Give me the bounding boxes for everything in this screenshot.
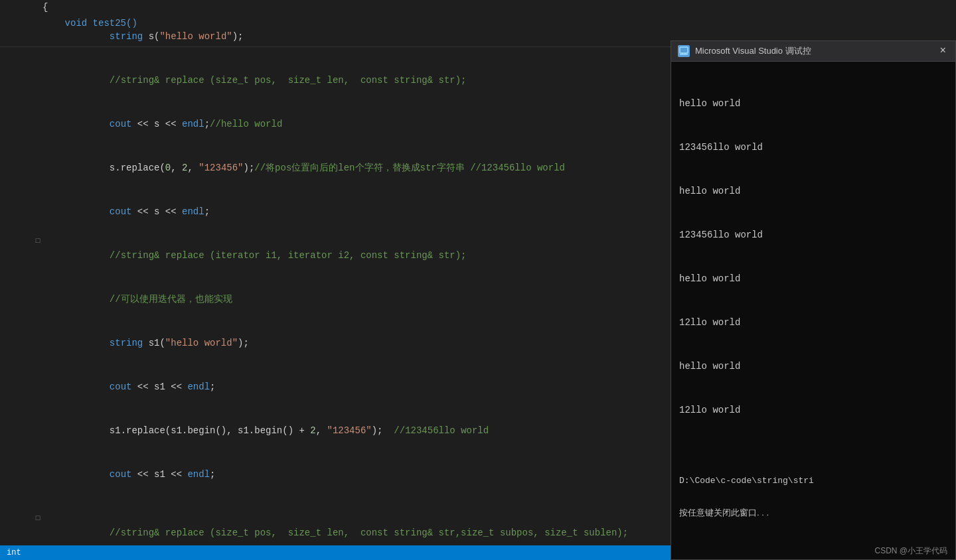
svg-rect-0 bbox=[680, 47, 688, 53]
console-icon bbox=[678, 45, 690, 57]
console-branding: CSDN @小王学代码 bbox=[671, 544, 955, 559]
fold-indicator[interactable]: □ bbox=[33, 234, 42, 248]
console-output-line: hello world bbox=[679, 271, 947, 286]
console-titlebar: Microsoft Visual Studio 调试控 × bbox=[671, 41, 955, 62]
console-output-line: 12llo world bbox=[679, 315, 947, 330]
code-line: { bbox=[0, 0, 956, 15]
console-output-line: hello world bbox=[679, 184, 947, 198]
editor-container: void test25() { string s("hello world");… bbox=[0, 0, 956, 560]
fold-indicator[interactable]: □ bbox=[33, 511, 42, 525]
console-output-line: 123456llo world bbox=[679, 228, 947, 242]
console-footer-text: 按任意键关闭此窗口. . . bbox=[679, 507, 947, 519]
console-path: D:\Code\c-code\string\stri bbox=[679, 476, 947, 486]
console-output-line: hello world bbox=[679, 359, 947, 374]
line-content: { bbox=[42, 0, 956, 15]
bottom-bar-text: int bbox=[7, 548, 21, 557]
console-body: hello world 123456llo world hello world … bbox=[671, 62, 955, 452]
console-output-line: 12llo world bbox=[679, 403, 947, 417]
console-popup: Microsoft Visual Studio 调试控 × hello worl… bbox=[671, 40, 956, 560]
console-close-button[interactable]: × bbox=[937, 45, 949, 57]
console-title: Microsoft Visual Studio 调试控 bbox=[695, 45, 931, 57]
console-footer: D:\Code\c-code\string\stri 按任意键关闭此窗口. . … bbox=[671, 452, 955, 544]
console-output-line: hello world bbox=[679, 96, 947, 111]
console-output-line: 123456llo world bbox=[679, 140, 947, 155]
